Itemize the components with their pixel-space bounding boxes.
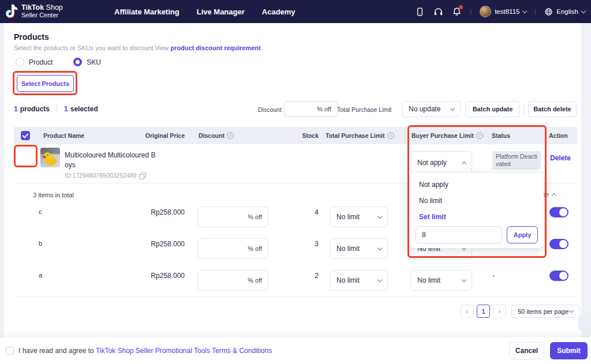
floating-widget[interactable] (578, 313, 591, 333)
sku-discount-input[interactable] (198, 270, 268, 291)
select-all-checkbox[interactable] (21, 131, 30, 140)
nav-live-manager[interactable]: Live Manager (197, 7, 245, 16)
radio-product-circle[interactable] (16, 58, 24, 66)
sku-stock: 2 (274, 265, 319, 297)
sku-total-limit-select[interactable]: No limit (330, 238, 388, 259)
buyer-purchase-limit-select[interactable]: Not apply (411, 151, 472, 174)
delete-action-link[interactable]: Delete (550, 154, 571, 162)
dropdown-option-not-apply[interactable]: Not apply (410, 177, 544, 193)
product-id-text: ID:1729480785003252489 (65, 172, 136, 179)
top-navbar: TikTok Shop Seller Center Affiliate Mark… (0, 0, 591, 23)
sku-discount-input[interactable] (198, 238, 268, 259)
sku-buyer-limit-value: No limit (417, 276, 440, 284)
prev-page-button[interactable]: ‹ (461, 305, 474, 318)
tiktok-logo[interactable]: TikTok Shop Seller Center (6, 4, 63, 18)
chevron-up-icon (462, 161, 466, 166)
sku-discount-input[interactable] (198, 207, 268, 227)
sku-original-price: Rp258.000 (133, 234, 185, 265)
chevron-down-icon (581, 8, 586, 13)
left-gutter (0, 23, 4, 337)
terms-checkbox[interactable] (6, 347, 14, 355)
radio-sku-label: SKU (87, 58, 101, 66)
right-gutter (581, 23, 591, 337)
header-discount: Discount ? (185, 132, 274, 139)
select-products-button[interactable]: Select Products (17, 75, 74, 92)
tiktok-note-icon (6, 4, 18, 18)
terms-agreement: I have read and agree to TikTok Shop Sel… (18, 347, 272, 355)
notifications-bell-icon[interactable] (451, 6, 462, 17)
nav-academy[interactable]: Academy (262, 7, 296, 16)
submit-button[interactable]: Submit (550, 342, 588, 359)
nav-affiliate-marketing[interactable]: Affiliate Marketing (114, 7, 179, 16)
selected-count: 1 (64, 105, 68, 113)
sku-status: - (491, 265, 548, 297)
batch-update-button[interactable]: Batch update (465, 101, 520, 117)
copy-icon[interactable] (139, 172, 145, 179)
batch-delete-button[interactable]: Batch delete (528, 101, 577, 117)
header-original-price: Original Price (133, 132, 185, 139)
language-selector[interactable]: English (544, 7, 585, 16)
mobile-app-icon[interactable] (414, 6, 425, 17)
header-buyer-purchase-limit: Buyer Purchase Limit ? (392, 132, 491, 139)
sku-total-limit-select[interactable]: No limit (330, 270, 388, 291)
help-question-icon[interactable]: ? (476, 132, 483, 139)
help-question-icon[interactable]: ? (227, 132, 234, 139)
radio-sku[interactable]: SKU (73, 58, 101, 66)
buyer-limit-dropdown-panel: Not apply No limit Set limit Apply (410, 173, 544, 248)
radio-sku-circle[interactable] (73, 58, 82, 66)
header-status: Status (491, 132, 548, 139)
page-title: Products (14, 32, 49, 42)
status-badge: Platform Deactivated (492, 151, 541, 170)
sku-total-limit-value: No limit (336, 245, 360, 253)
selected-count-label: selected (70, 105, 98, 113)
buyer-purchase-limit-value: Not apply (417, 159, 447, 167)
page-size-select[interactable]: 50 items per page (511, 305, 579, 318)
sku-buyer-limit-select[interactable]: No limit (411, 270, 472, 291)
radio-product[interactable]: Product (16, 58, 53, 66)
total-purchase-limit-batch-value: No update (409, 105, 440, 113)
chevron-down-icon (462, 277, 466, 282)
sku-active-toggle[interactable] (549, 239, 568, 249)
agree-text: I have read and agree to (18, 347, 96, 355)
total-purchase-limit-batch-select[interactable]: No update (402, 101, 461, 117)
current-page-button[interactable]: 1 (477, 305, 490, 318)
main-nav: Affiliate Marketing Live Manager Academy (114, 0, 296, 23)
username: test8115 (495, 8, 519, 15)
notification-dot (459, 5, 463, 9)
sku-name: a (37, 265, 133, 297)
logo-title-light: Shop (44, 3, 63, 12)
sku-stock: 4 (274, 202, 319, 234)
apply-button[interactable]: Apply (507, 226, 538, 243)
product-discount-requirement-link[interactable]: product discount requirement (170, 44, 260, 51)
sku-original-price: Rp258.000 (133, 265, 185, 297)
radio-product-label: Product (29, 58, 53, 66)
sku-total-limit-select[interactable]: No limit (330, 207, 388, 227)
nav-separator: | (470, 8, 472, 15)
next-page-button[interactable]: › (493, 305, 506, 318)
header-bpl-label: Buyer Purchase Limit (412, 132, 474, 139)
set-limit-input[interactable] (416, 226, 502, 243)
terms-link[interactable]: TikTok Shop Seller Promotional Tools Ter… (96, 347, 272, 355)
dropdown-option-set-limit[interactable]: Set limit (410, 209, 544, 225)
cancel-button[interactable]: Cancel (509, 342, 544, 359)
seller-center-discount-page: TikTok Shop Seller Center Affiliate Mark… (0, 0, 591, 364)
user-avatar (480, 6, 491, 17)
sku-active-toggle[interactable] (549, 271, 568, 281)
sku-active-toggle[interactable] (549, 207, 568, 217)
page-subtitle: Select the products or SKUs you want to … (14, 44, 261, 51)
selection-mode-radios: Product SKU (16, 58, 101, 66)
discount-batch-input[interactable] (284, 101, 338, 117)
dropdown-option-no-limit[interactable]: No limit (410, 193, 544, 209)
header-tpl-label: Total Purchase Limit (326, 132, 385, 139)
sku-row-a: a Rp258.000 2 No limit No limit - (14, 265, 577, 297)
discount-batch-field (284, 101, 338, 117)
navbar-right: | test8115 | English (414, 0, 585, 23)
sku-stock: 3 (274, 234, 319, 265)
chevron-down-icon (377, 277, 382, 282)
support-headset-icon[interactable] (433, 6, 443, 17)
chevron-down-icon (377, 245, 382, 250)
product-thumbnail-duck (40, 148, 60, 167)
header-product-name: Product Name (37, 132, 133, 139)
user-menu[interactable]: test8115 (480, 6, 526, 17)
subtitle-text: Select the products or SKUs you want to … (14, 44, 170, 51)
